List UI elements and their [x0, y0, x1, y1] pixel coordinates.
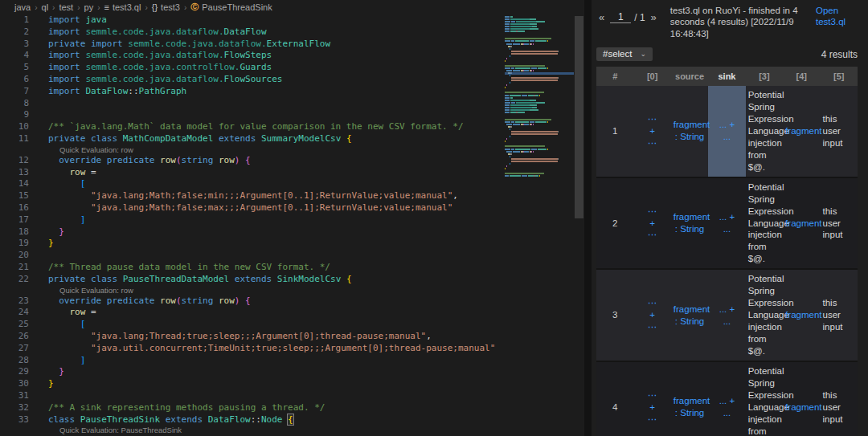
breadcrumb-label: test3.ql — [113, 2, 141, 12]
open-query-file-link[interactable]: Open test3.ql — [816, 5, 858, 28]
line-number: 12 — [0, 155, 29, 167]
breadcrumb-label: test3 — [161, 2, 180, 12]
column-header-3[interactable]: [3] — [746, 67, 783, 86]
code-line[interactable]: 13 row = — [0, 167, 505, 179]
sink-cell: ... +... — [708, 361, 745, 436]
code-line[interactable]: 20 — [0, 250, 505, 262]
line-number: 24 — [0, 307, 29, 319]
user-input-cell: this user input — [821, 361, 858, 436]
sink-cell: ... +... — [708, 86, 745, 177]
query-results-panel: « / 1 » test3.ql on RuoYi - finished in … — [592, 0, 868, 436]
code-line[interactable]: 11private class MathCompDataModel extend… — [0, 133, 505, 145]
scrollbar-thumb[interactable] — [575, 16, 583, 218]
code-line[interactable]: 6import semmle.code.java.dataflow.FlowSo… — [0, 74, 505, 86]
quick-evaluation-codelens[interactable]: Quick Evaluation: PauseThreadSink — [0, 426, 505, 435]
code-line[interactable]: 14 [ — [0, 178, 505, 190]
breadcrumb-separator: › — [77, 3, 80, 12]
code-line[interactable]: 24 row = — [0, 307, 505, 319]
codeql-vscode-window: java›ql›test›py›≡test3.ql›{}test3›ⒸPause… — [0, 0, 868, 436]
result-row: 3⋯+⋯fragment: String... +...Potential Sp… — [596, 269, 858, 361]
code-line[interactable]: 12 override predicate row(string row) { — [0, 155, 505, 167]
breadcrumb-item[interactable]: ›{}test3 — [141, 2, 180, 12]
breadcrumb-item[interactable]: ›ql — [31, 2, 48, 12]
result-index: 3 — [596, 269, 633, 361]
result-index: 4 — [596, 361, 633, 436]
code-line[interactable]: 23 override predicate row(string row) { — [0, 295, 505, 308]
minimap[interactable] — [505, 14, 574, 436]
breadcrumb-item[interactable]: java — [14, 2, 31, 12]
column-header-0[interactable]: [0] — [633, 67, 670, 86]
quick-evaluation-codelens[interactable]: Quick Evaluation: row — [0, 145, 505, 155]
code-line[interactable]: 4import semmle.code.java.dataflow.FlowSt… — [0, 50, 505, 62]
code-line[interactable]: 25 [ — [0, 319, 505, 331]
editor-body: 1import java2import semmle.code.java.dat… — [0, 14, 584, 436]
line-number: 8 — [0, 98, 29, 110]
column-header-source[interactable]: source — [671, 67, 708, 86]
code-line[interactable]: 28 ] — [0, 355, 505, 367]
line-number: 19 — [0, 238, 29, 250]
line-number: 3 — [0, 39, 29, 51]
result-row: 2⋯+⋯fragment: String... +...Potential Sp… — [596, 177, 858, 270]
breadcrumb-item[interactable]: ›ⒸPauseThreadSink — [180, 2, 272, 13]
code-line[interactable]: 9 — [0, 109, 505, 121]
breadcrumb: java›ql›test›py›≡test3.ql›{}test3›ⒸPause… — [0, 0, 584, 14]
editor-scrollbar[interactable] — [574, 14, 584, 436]
code-line[interactable]: 22private class PauseThreadDataModel ext… — [0, 274, 505, 286]
page-number-input[interactable] — [610, 11, 631, 23]
result-row: 1⋯+⋯fragment: String... +...Potential Sp… — [596, 86, 858, 177]
code-line[interactable]: 30} — [0, 378, 505, 390]
file-icon: ≡ — [104, 2, 108, 12]
alert-message: Potential Spring Expression Language inj… — [746, 177, 783, 270]
code-line[interactable]: 3private import semmle.code.java.dataflo… — [0, 39, 505, 51]
code-line[interactable]: 7import DataFlow::PathGraph — [0, 86, 505, 98]
source-cell: fragment: String — [671, 177, 708, 270]
code-line[interactable]: 21/** Thread pause data model in the new… — [0, 262, 505, 274]
source-cell: fragment: String — [671, 269, 708, 361]
line-number: 26 — [0, 331, 29, 343]
breadcrumb-item[interactable]: ›≡test3.ql — [93, 2, 141, 12]
prev-page-button[interactable]: « — [596, 11, 607, 23]
fragment-link-cell: fragment — [783, 86, 820, 177]
source-cell: fragment: String — [671, 361, 708, 436]
code-line[interactable]: 18 } — [0, 226, 505, 238]
class-icon: Ⓒ — [190, 2, 199, 13]
line-number: 5 — [0, 62, 29, 74]
column-header-sink[interactable]: sink — [708, 67, 745, 86]
column-header-4[interactable]: [4] — [783, 67, 820, 86]
code-line[interactable]: 16 "java.lang;Math;false;max;;;Argument[… — [0, 202, 505, 214]
code-line[interactable]: 19} — [0, 238, 505, 250]
next-page-button[interactable]: » — [649, 11, 659, 23]
line-number: 17 — [0, 214, 29, 226]
breadcrumb-item[interactable]: ›test — [48, 2, 73, 12]
code-lines[interactable]: 1import java2import semmle.code.java.dat… — [0, 14, 505, 436]
column-header-5[interactable]: [5] — [821, 67, 858, 86]
code-line[interactable]: 5import semmle.code.java.controlflow.Gua… — [0, 62, 505, 74]
code-line[interactable]: 8 — [0, 98, 505, 110]
column-header-[interactable]: # — [596, 67, 633, 86]
result-index: 1 — [596, 86, 633, 177]
code-line[interactable]: 29 } — [0, 366, 505, 378]
code-line[interactable]: 10/** `java.lang.Math` data model for va… — [0, 121, 505, 133]
result-set-dropdown[interactable]: #select ⌄ — [596, 47, 653, 61]
code-line[interactable]: 1import java — [0, 14, 505, 26]
code-line[interactable]: 26 "java.lang;Thread;true;sleep;;;Argume… — [0, 331, 505, 343]
quick-evaluation-codelens[interactable]: Quick Evaluation: row — [0, 286, 505, 295]
code-line[interactable]: 17 ] — [0, 214, 505, 226]
code-line[interactable]: 2import semmle.code.java.dataflow.DataFl… — [0, 26, 505, 39]
breadcrumb-separator: › — [145, 3, 147, 12]
line-number: 25 — [0, 319, 29, 331]
code-line[interactable]: 33class PauseThreadSink extends DataFlow… — [0, 414, 505, 426]
panel-divider[interactable] — [584, 0, 592, 436]
path-expand-cell: ⋯+⋯ — [633, 86, 670, 177]
breadcrumb-label: PauseThreadSink — [202, 2, 272, 12]
breadcrumb-item[interactable]: ›py — [73, 2, 93, 12]
code-line[interactable]: 31 — [0, 390, 505, 402]
line-number: 21 — [0, 262, 29, 274]
fragment-link-cell: fragment — [783, 269, 820, 361]
code-line[interactable]: 27 "java.util.concurrent;TimeUnit;true;s… — [0, 343, 505, 355]
path-expand-cell: ⋯+⋯ — [633, 269, 670, 361]
code-line[interactable]: 15 "java.lang;Math;false;min;;;Argument[… — [0, 190, 505, 202]
line-number: 7 — [0, 86, 29, 98]
code-line[interactable]: 32/** A sink representing methods pausin… — [0, 402, 505, 414]
path-expand-cell: ⋯+⋯ — [633, 361, 670, 436]
